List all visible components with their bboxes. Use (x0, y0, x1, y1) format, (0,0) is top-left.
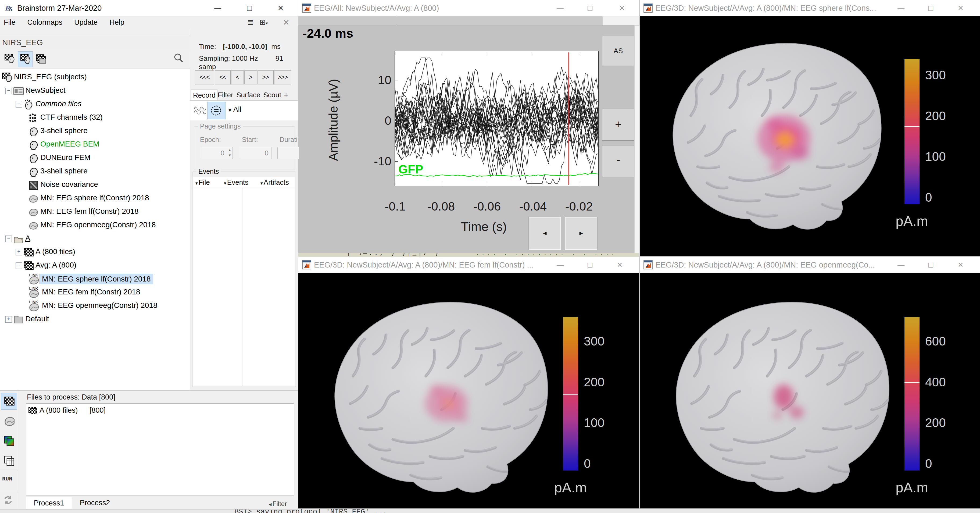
w3d-titlebar[interactable]: EEG/3D: NewSubject/A/Avg: A (800)/MN: EE… (640, 257, 980, 273)
tree-row[interactable]: −Avg: A (800) (0, 259, 190, 272)
events-list-left[interactable] (193, 188, 242, 386)
eeg-right-scrollbar[interactable] (634, 25, 640, 256)
time-scrollbar[interactable] (298, 16, 639, 26)
tree-row[interactable]: +Default (0, 312, 190, 326)
tree-row[interactable]: Noise covariance (0, 178, 190, 191)
tab-filter[interactable]: Filter (217, 89, 234, 100)
tab-process2[interactable]: Process2 (72, 497, 118, 509)
tab-record[interactable]: Record (191, 89, 218, 100)
tree-row[interactable]: −A (0, 232, 190, 245)
w3d-maximize-button[interactable]: □ (580, 257, 600, 273)
events-menu-events[interactable]: ▼Events (223, 178, 248, 186)
run-button[interactable]: RUN (2, 476, 16, 487)
tree-expander-plus[interactable]: + (5, 316, 12, 323)
events-list-right[interactable] (243, 188, 294, 386)
search-icon[interactable] (173, 53, 184, 64)
process-db-icon[interactable] (1, 393, 17, 410)
colorbar[interactable] (904, 317, 920, 470)
epoch-spinner[interactable]: ▲▼ (228, 147, 231, 158)
tab-scout[interactable]: Scout (262, 89, 282, 100)
filter-collapse[interactable]: ◄Filter (268, 500, 287, 508)
nav-last-button[interactable]: >>> (274, 70, 291, 84)
colorbar-threshold-line[interactable] (904, 382, 920, 383)
w3d-minimize-button[interactable]: — (550, 257, 570, 273)
tree-row[interactable]: −NewSubject (0, 84, 190, 97)
zoom-out-button[interactable]: - (602, 145, 634, 177)
protocol-header[interactable]: NIRS_EEG (0, 35, 190, 50)
tree-row[interactable]: LINKMN: EEG fem lf(Constr) 2018 (0, 285, 190, 299)
w3d-close-button[interactable]: ✕ (951, 0, 970, 16)
w3d-titlebar[interactable]: EEG/3D: NewSubject/A/Avg: A (800)/MN: EE… (640, 0, 980, 16)
w3d-maximize-button[interactable]: □ (921, 257, 940, 273)
tree-expander-plus[interactable]: + (16, 249, 22, 255)
brain-3d-render[interactable] (653, 284, 900, 496)
colorbar-threshold-line[interactable] (563, 394, 578, 395)
main-titlebar[interactable]: B S Brainstorm 27-Mar-2020 — □ ✕ (0, 0, 298, 16)
eeg-maximize-button[interactable]: □ (580, 0, 600, 16)
w3d-3d-view[interactable] (640, 16, 980, 256)
tree-row[interactable]: +A (800 files) (0, 245, 190, 259)
as-button[interactable]: AS (602, 36, 634, 66)
w3d-titlebar[interactable]: EEG/3D: NewSubject/A/Avg: A (800)/MN: EE… (298, 257, 639, 273)
tree-row[interactable]: 3-shell sphere (0, 124, 190, 138)
tree-row[interactable]: CTF channels (32) (0, 111, 190, 124)
eeg-titlebar[interactable]: EEG/All: NewSubject/A/Avg: A (800) — □ ✕ (298, 0, 639, 16)
nav-first-button[interactable]: <<< (195, 70, 214, 84)
tree-row[interactable]: −Common files (0, 97, 190, 111)
events-menu-artifacts[interactable]: ▼Artifacts (260, 178, 289, 186)
montage-select[interactable]: ▼All (228, 105, 241, 114)
minimize-button[interactable]: — (208, 0, 228, 16)
window-layout-icon[interactable]: ⊞▾ (259, 18, 268, 27)
close-button[interactable]: ✕ (271, 0, 290, 16)
functional-folders-icon[interactable] (33, 51, 48, 67)
colorbar[interactable] (563, 317, 578, 470)
waveform-display-icon[interactable] (194, 105, 205, 115)
subjects-anatomy-icon[interactable] (2, 51, 17, 67)
prev-time-button[interactable]: ◂ (529, 217, 561, 250)
w3d-close-button[interactable]: ✕ (610, 257, 630, 273)
tab-process1[interactable]: Process1 (26, 497, 72, 509)
zoom-in-button[interactable]: + (602, 109, 634, 140)
maximize-button[interactable]: □ (240, 0, 259, 16)
tree-expander-minus[interactable]: − (16, 263, 22, 269)
nav-fast-back-button[interactable]: << (215, 70, 231, 84)
w3d-3d-view[interactable] (298, 273, 639, 508)
w3d-maximize-button[interactable]: □ (921, 0, 940, 16)
menu-update[interactable]: Update (74, 18, 97, 27)
start-input[interactable]: 0 (239, 147, 272, 159)
nav-fast-forward-button[interactable]: >> (258, 70, 274, 84)
w3d-close-button[interactable]: ✕ (951, 257, 970, 273)
epoch-input[interactable]: 0 ▲▼ (200, 147, 233, 159)
tree-row[interactable]: MN: EEG fem lf(Constr) 2018 (0, 205, 190, 218)
functional-subjects-icon[interactable] (18, 51, 33, 67)
tree-row[interactable]: NIRS_EEG (subjects) (0, 70, 190, 84)
tree-row[interactable]: LINKMN: EEG openmeeg(Constr) 2018 (0, 299, 190, 312)
tree-row[interactable]: MN: EEG openmeeg(Constr) 2018 (0, 218, 190, 232)
tree-row[interactable]: LINKMN: EEG sphere lf(Constr) 2018 (0, 272, 190, 285)
tree-row[interactable]: DUNEuro FEM (0, 151, 190, 164)
tree-expander-minus[interactable]: − (5, 88, 12, 94)
tree-row[interactable]: 3-shell sphere (0, 164, 190, 178)
w3d-3d-view[interactable] (640, 273, 980, 508)
sync-icon[interactable] (3, 495, 15, 507)
menu-help[interactable]: Help (110, 18, 124, 27)
tab-surface[interactable]: Surface (234, 89, 262, 100)
tree-row[interactable]: MN: EEG sphere lf(Constr) 2018 (0, 191, 190, 205)
nav-forward-button[interactable]: > (244, 70, 257, 84)
next-time-button[interactable]: ▸ (565, 217, 597, 250)
brain-3d-render[interactable] (312, 284, 559, 496)
montage-button[interactable] (207, 102, 226, 119)
process-sources-icon[interactable] (1, 413, 17, 429)
tree-expander-minus[interactable]: − (5, 236, 12, 242)
duration-input[interactable] (277, 147, 299, 159)
nav-back-button[interactable]: < (231, 70, 244, 84)
eeg-minimize-button[interactable]: — (550, 0, 570, 16)
process-filelist[interactable]: A (800 files) [800] (26, 403, 294, 496)
eeg-close-button[interactable]: ✕ (612, 0, 632, 16)
process-timefreq-icon[interactable] (1, 433, 17, 449)
process-matrix-icon[interactable] (1, 453, 17, 469)
menu-colormaps[interactable]: Colormaps (27, 18, 63, 27)
tree-expander-minus[interactable]: − (16, 101, 22, 108)
close-panel-icon[interactable]: ✕ (283, 18, 290, 27)
colorbar[interactable] (904, 59, 920, 204)
